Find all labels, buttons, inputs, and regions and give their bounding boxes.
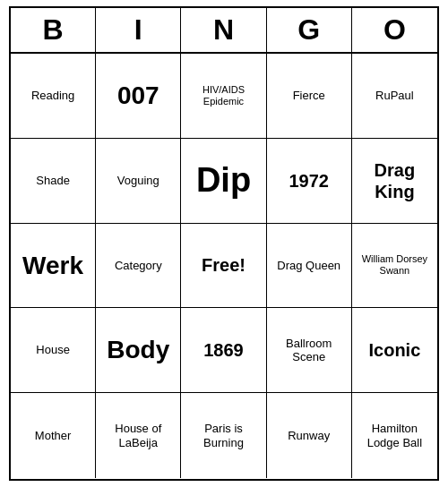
header-g: G — [267, 8, 352, 52]
bingo-cell: Dip — [181, 139, 266, 224]
bingo-cell: Mother — [11, 393, 96, 478]
bingo-cell: Drag King — [352, 139, 437, 224]
bingo-cell: Free! — [181, 224, 266, 309]
bingo-grid: Reading007HIV/AIDS EpidemicFierceRuPaulS… — [11, 54, 437, 478]
header-n: N — [181, 8, 266, 52]
bingo-cell: William Dorsey Swann — [352, 224, 437, 309]
bingo-cell: Shade — [11, 139, 96, 224]
bingo-header: B I N G O — [11, 8, 437, 54]
bingo-cell: Voguing — [96, 139, 181, 224]
bingo-cell: 1972 — [267, 139, 352, 224]
bingo-cell: Reading — [11, 54, 96, 139]
bingo-cell: House of LaBeija — [96, 393, 181, 478]
bingo-card: B I N G O Reading007HIV/AIDS EpidemicFie… — [9, 6, 439, 481]
bingo-cell: RuPaul — [352, 54, 437, 139]
bingo-cell: 1869 — [181, 308, 266, 393]
bingo-cell: Ballroom Scene — [267, 308, 352, 393]
bingo-cell: 007 — [96, 54, 181, 139]
bingo-cell: HIV/AIDS Epidemic — [181, 54, 266, 139]
header-b: B — [11, 8, 96, 52]
bingo-cell: Category — [96, 224, 181, 309]
bingo-cell: Body — [96, 308, 181, 393]
bingo-cell: House — [11, 308, 96, 393]
bingo-cell: Hamilton Lodge Ball — [352, 393, 437, 478]
header-o: O — [352, 8, 437, 52]
bingo-cell: Runway — [267, 393, 352, 478]
bingo-cell: Fierce — [267, 54, 352, 139]
bingo-cell: Drag Queen — [267, 224, 352, 309]
header-i: I — [96, 8, 181, 52]
bingo-cell: Iconic — [352, 308, 437, 393]
bingo-cell: Paris is Burning — [181, 393, 266, 478]
bingo-cell: Werk — [11, 224, 96, 309]
